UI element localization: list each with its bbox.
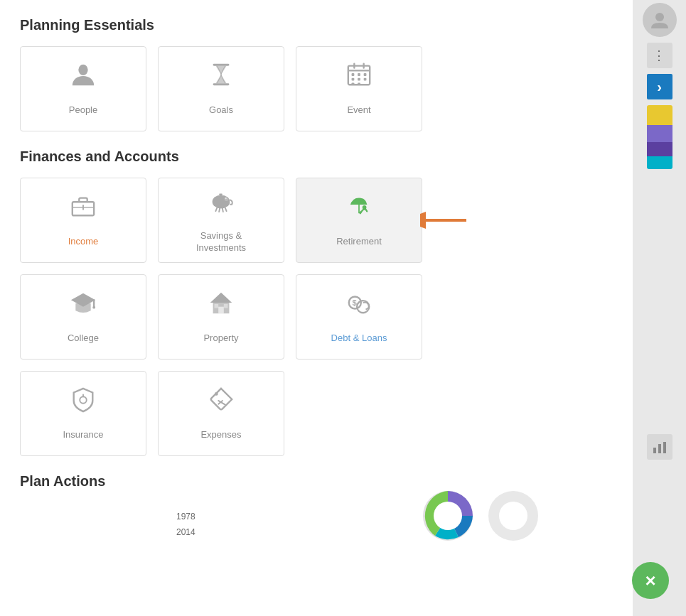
insurance-card[interactable]: Insurance	[20, 371, 146, 456]
svg-rect-12	[364, 78, 367, 81]
event-card[interactable]: Event	[296, 46, 422, 131]
pie-chart-2	[485, 487, 542, 544]
debt-loans-card[interactable]: $ Debt & Loans	[296, 274, 422, 360]
retirement-label: Retirement	[336, 236, 382, 248]
color-yellow	[647, 105, 672, 125]
svg-point-53	[655, 13, 664, 21]
sidebar-menu-dots[interactable]: ⋮	[647, 43, 672, 68]
expenses-card[interactable]: Expenses	[158, 371, 284, 456]
close-icon: ×	[645, 570, 655, 592]
svg-rect-1	[213, 64, 230, 66]
college-label: College	[68, 333, 99, 345]
debt-loans-label: Debt & Loans	[331, 333, 387, 345]
year-2014: 2014	[176, 527, 195, 537]
svg-rect-54	[653, 448, 656, 453]
svg-line-23	[223, 208, 223, 212]
pie-chart-1	[419, 487, 476, 544]
sidebar-chart-button[interactable]	[647, 434, 672, 460]
svg-line-22	[219, 208, 220, 212]
retirement-icon	[345, 193, 373, 230]
chart-area	[419, 487, 542, 544]
finances-row1: Income	[20, 178, 613, 263]
finances-row3: Insurance Expenses	[20, 371, 613, 456]
graduation-icon	[70, 289, 97, 327]
svg-rect-56	[663, 442, 666, 453]
svg-rect-40	[224, 304, 228, 308]
finances-row2: College Property	[20, 274, 613, 360]
property-label: Property	[203, 333, 238, 345]
tag-icon	[208, 386, 235, 423]
svg-rect-39	[215, 304, 219, 308]
svg-marker-36	[210, 293, 232, 303]
planning-essentials-title: Planning Essentials	[20, 17, 613, 33]
people-label: People	[69, 104, 97, 117]
goals-label: Goals	[209, 104, 233, 117]
event-label: Event	[347, 104, 370, 117]
calendar-icon	[345, 61, 373, 99]
expenses-label: Expenses	[200, 429, 241, 441]
planning-essentials-row: People Goals	[20, 46, 613, 131]
svg-text:$: $	[353, 298, 358, 307]
briefcase-icon	[70, 193, 97, 230]
svg-rect-11	[358, 78, 360, 81]
svg-line-21	[215, 207, 217, 211]
svg-line-24	[225, 207, 227, 211]
svg-rect-10	[352, 78, 355, 81]
color-purple	[647, 125, 672, 142]
color-dark-purple	[647, 142, 672, 156]
arrow-icon: ›	[657, 79, 662, 95]
savings-investments-card[interactable]: Savings &Investments	[158, 178, 284, 263]
svg-rect-38	[218, 307, 224, 314]
savings-investments-label: Savings &Investments	[196, 230, 246, 254]
color-teal	[647, 156, 672, 169]
people-card[interactable]: People	[20, 46, 146, 131]
retirement-arrow	[420, 210, 470, 231]
svg-rect-9	[364, 73, 367, 76]
income-label: Income	[68, 236, 99, 248]
user-icon	[650, 10, 670, 30]
sidebar-color-bar	[647, 105, 672, 169]
close-button[interactable]: ×	[632, 562, 669, 599]
main-content: Planning Essentials People	[0, 0, 633, 616]
property-card[interactable]: Property	[158, 274, 284, 360]
svg-rect-13	[352, 82, 355, 85]
svg-rect-55	[658, 444, 661, 453]
svg-point-0	[78, 65, 87, 75]
svg-point-46	[215, 392, 218, 396]
svg-line-30	[366, 210, 368, 212]
user-avatar[interactable]	[643, 3, 677, 37]
house-icon	[208, 289, 235, 327]
svg-rect-7	[352, 73, 355, 76]
svg-rect-14	[358, 82, 360, 85]
year-1978: 1978	[176, 512, 195, 522]
dots-icon: ⋮	[653, 48, 666, 63]
sidebar-arrow-button[interactable]: ›	[647, 74, 672, 99]
svg-rect-2	[213, 83, 230, 85]
piggy-icon	[208, 187, 235, 225]
insurance-label: Insurance	[63, 429, 103, 441]
hourglass-icon	[208, 61, 235, 99]
person-icon	[70, 61, 97, 99]
college-card[interactable]: College	[20, 274, 146, 360]
retirement-wrapper: Retirement	[296, 178, 422, 263]
finances-accounts-title: Finances and Accounts	[20, 148, 613, 165]
svg-point-20	[225, 198, 227, 199]
shield-icon	[70, 386, 97, 423]
svg-point-52	[499, 502, 527, 530]
year-labels: 1978 2014	[176, 512, 195, 537]
svg-rect-8	[358, 73, 360, 76]
svg-point-44	[80, 396, 87, 404]
svg-rect-26	[219, 193, 223, 195]
income-card[interactable]: Income	[20, 178, 146, 263]
svg-point-35	[92, 306, 95, 309]
right-sidebar: ⋮ ›	[633, 0, 686, 616]
svg-point-19	[225, 197, 229, 201]
goals-card[interactable]: Goals	[158, 46, 284, 131]
retirement-card[interactable]: Retirement	[296, 178, 422, 263]
svg-point-50	[434, 502, 462, 530]
chart-icon	[652, 439, 668, 455]
plan-actions-section: Plan Actions 1978 2014	[20, 473, 613, 544]
debt-icon: $	[345, 289, 373, 327]
